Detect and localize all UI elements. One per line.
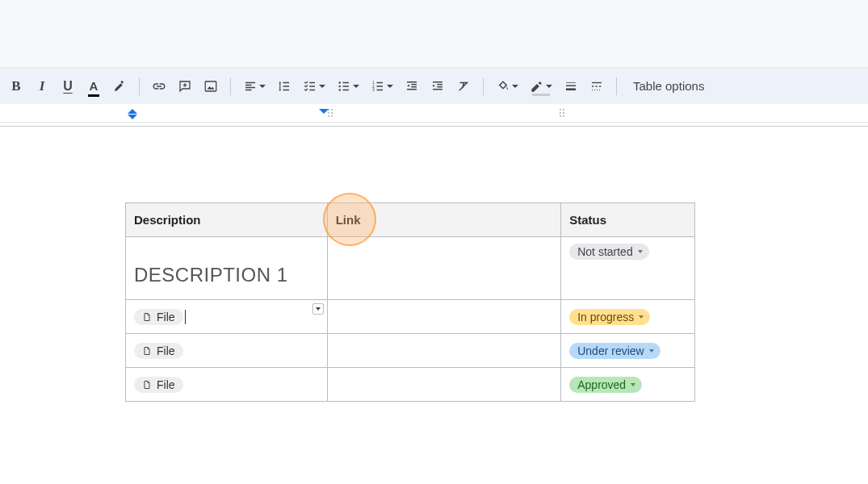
decrease-indent-button[interactable] <box>399 73 425 99</box>
status-label: Under review <box>577 344 644 357</box>
insert-link-button[interactable] <box>146 73 172 99</box>
table-header-row: Description Link Status <box>126 202 695 237</box>
toolbar-separator <box>483 77 484 95</box>
border-style-button[interactable] <box>584 73 610 99</box>
italic-button[interactable]: I <box>29 73 55 99</box>
cell-status[interactable]: In progress <box>561 300 695 334</box>
table-options-button[interactable]: Table options <box>623 74 714 98</box>
svg-point-2 <box>339 85 341 86</box>
status-chip[interactable]: Not started <box>569 244 648 260</box>
svg-rect-0 <box>205 81 216 91</box>
bulleted-list-button[interactable] <box>331 73 365 99</box>
file-chip[interactable]: File <box>134 309 183 325</box>
cell-dropdown-button[interactable] <box>312 303 324 315</box>
text-color-button[interactable]: A <box>81 73 107 99</box>
column-header-link[interactable]: Link <box>328 202 562 237</box>
chevron-down-icon <box>631 383 635 386</box>
table-row: DESCRIPTION 1Not started <box>126 237 695 300</box>
table-row: FileApproved <box>126 368 695 402</box>
cell-link[interactable] <box>328 368 562 402</box>
cell-fill-color-button[interactable] <box>490 73 524 99</box>
highlight-color-button[interactable] <box>107 73 132 99</box>
file-chip-label: File <box>157 311 175 323</box>
chevron-down-icon <box>638 250 643 253</box>
cell-description[interactable]: DESCRIPTION 1 <box>126 237 328 300</box>
svg-point-3 <box>339 89 341 90</box>
status-chip[interactable]: In progress <box>569 309 650 325</box>
insert-image-button[interactable] <box>198 73 224 99</box>
border-color-button[interactable] <box>524 73 558 99</box>
numbered-list-button[interactable]: 123 <box>365 73 399 99</box>
svg-text:3: 3 <box>372 88 375 92</box>
formatting-toolbar: B I U A <box>0 67 868 104</box>
cell-status[interactable]: Under review <box>561 334 695 368</box>
data-table: Description Link Status DESCRIPTION 1Not… <box>125 202 695 402</box>
cell-status[interactable]: Not started <box>561 237 695 300</box>
file-chip-label: File <box>157 344 175 357</box>
toolbar-separator <box>616 77 617 95</box>
border-width-button[interactable] <box>558 73 584 99</box>
clear-formatting-button[interactable] <box>451 73 476 99</box>
cell-description[interactable]: File <box>126 300 328 334</box>
status-label: Approved <box>577 378 626 391</box>
cell-link[interactable] <box>328 300 562 334</box>
chevron-down-icon <box>649 349 654 353</box>
left-indent-marker[interactable] <box>128 109 137 119</box>
document-canvas[interactable]: Description Link Status DESCRIPTION 1Not… <box>0 127 868 402</box>
cell-description[interactable]: File <box>126 334 328 368</box>
align-button[interactable] <box>237 73 271 99</box>
column-header-status[interactable]: Status <box>561 202 695 237</box>
status-chip[interactable]: Under review <box>569 343 660 359</box>
cell-link[interactable] <box>328 334 562 368</box>
file-chip-label: File <box>157 378 175 391</box>
app-header-gap <box>0 0 868 67</box>
status-label: Not started <box>577 245 632 258</box>
svg-point-1 <box>339 81 341 83</box>
description-text: DESCRIPTION 1 <box>134 264 288 286</box>
underline-button[interactable]: U <box>55 73 81 99</box>
line-spacing-button[interactable] <box>271 73 297 99</box>
file-chip[interactable]: File <box>134 377 183 393</box>
status-chip[interactable]: Approved <box>569 377 642 393</box>
toolbar-separator <box>139 77 140 95</box>
text-cursor <box>185 310 186 324</box>
cell-link[interactable] <box>328 237 562 300</box>
file-chip[interactable]: File <box>134 343 183 359</box>
table-row: FileIn progress <box>126 300 695 334</box>
status-label: In progress <box>577 311 634 323</box>
cell-status[interactable]: Approved <box>561 368 695 402</box>
bold-button[interactable]: B <box>3 73 29 99</box>
table-row: FileUnder review <box>126 334 695 368</box>
column-boundary-grip[interactable] <box>560 109 564 120</box>
toolbar-separator <box>230 77 231 95</box>
chevron-down-icon <box>639 315 644 319</box>
increase-indent-button[interactable] <box>425 73 451 99</box>
ruler[interactable] <box>0 104 868 127</box>
column-header-description[interactable]: Description <box>126 202 328 237</box>
insert-comment-button[interactable] <box>172 73 198 99</box>
checklist-button[interactable] <box>297 73 331 99</box>
column-boundary-grip[interactable] <box>328 109 333 120</box>
cell-description[interactable]: File <box>126 368 328 402</box>
